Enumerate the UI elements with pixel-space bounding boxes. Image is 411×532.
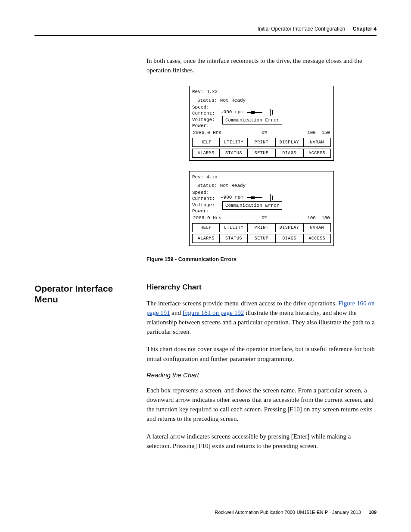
- softkey-display[interactable]: DISPLAY: [275, 138, 303, 147]
- footer: Rockwell Automation Publication 7000-UM1…: [34, 510, 377, 515]
- lcd-label-voltage: Voltage:: [192, 117, 221, 123]
- running-head: Initial Operator Interface Configuration…: [34, 26, 377, 36]
- softkey-setup[interactable]: SETUP: [248, 234, 275, 243]
- intro-paragraph: In both cases, once the interface reconn…: [146, 56, 377, 75]
- tick-icon: [270, 109, 271, 116]
- lcd-percent: 0%: [262, 215, 267, 221]
- lcd-label-voltage: Voltage:: [192, 202, 221, 208]
- lcd-label-power: Power:: [192, 123, 221, 129]
- softkey-diags[interactable]: DIAGS: [275, 149, 303, 158]
- lcd-hours: 2086.0 Hrs: [193, 215, 221, 221]
- softkey-print[interactable]: PRINT: [248, 138, 275, 147]
- side-heading: Operator Interface Menu: [34, 283, 146, 305]
- slider-icon: [247, 197, 262, 198]
- body-paragraph: This chart does not cover usage of the o…: [146, 344, 377, 363]
- tick-icon: [270, 194, 271, 201]
- xref-figure-161[interactable]: Figure 161 on page 192: [183, 309, 244, 316]
- lcd-label-current: Current:: [192, 110, 221, 116]
- softkey-utility[interactable]: UTILITY: [220, 223, 247, 232]
- lcd-label-power: Power:: [192, 208, 221, 214]
- lcd-status: Status: Not Ready: [192, 183, 331, 189]
- lcd-panel-1: Rev: 4.xx Status: Not Ready Speed: Curre…: [189, 86, 334, 161]
- lcd-comm-error-box: Communication Error: [222, 201, 282, 210]
- lcd-softkeys-row2: ALARMS STATUS SETUP DIAGS ACCESS: [192, 234, 331, 243]
- softkey-status[interactable]: STATUS: [220, 234, 247, 243]
- tick-icon: [272, 196, 273, 200]
- slider-icon: [247, 112, 262, 113]
- lcd-status: Status: Not Ready: [192, 97, 331, 103]
- softkey-display[interactable]: DISPLAY: [275, 223, 303, 232]
- softkey-nvram[interactable]: NVRAM: [303, 223, 331, 232]
- softkey-print[interactable]: PRINT: [248, 223, 275, 232]
- lcd-hours: 2086.0 Hrs: [193, 130, 221, 136]
- lcd-comm-error-box: Communication Error: [222, 116, 282, 124]
- lcd-softkeys-row1: HELP UTILITY PRINT DISPLAY NVRAM: [192, 223, 331, 232]
- content-column: In both cases, once the interface reconn…: [146, 56, 377, 262]
- page: Initial Operator Interface Configuration…: [0, 0, 411, 532]
- softkey-access[interactable]: ACCESS: [303, 149, 331, 158]
- lcd-speed-value: -900 rpm: [221, 194, 243, 200]
- lcd-softkeys-row1: HELP UTILITY PRINT DISPLAY NVRAM: [192, 138, 331, 147]
- subsection-heading: Hierarchy Chart: [146, 283, 377, 292]
- tick-icon: [272, 110, 273, 115]
- body-paragraph: The interface screens provide menu-drive…: [146, 299, 377, 337]
- figure-caption: Figure 159 - Communication Errors: [146, 256, 377, 262]
- lcd-scale-150: 150: [321, 130, 330, 135]
- softkey-alarms[interactable]: ALARMS: [192, 149, 220, 158]
- lcd-rev: Rev: 4.xx: [192, 174, 331, 180]
- running-head-section: Initial Operator Interface Configuration: [258, 26, 345, 32]
- lcd-speed-value: -900 rpm: [221, 109, 243, 115]
- lcd-scale-100: 100: [307, 215, 316, 221]
- softkey-help[interactable]: HELP: [192, 138, 220, 147]
- lcd-label-speed: Speed:: [192, 190, 221, 196]
- softkey-diags[interactable]: DIAGS: [275, 234, 303, 243]
- lcd-label-speed: Speed:: [192, 104, 221, 110]
- lcd-panel-2: Rev: 4.xx Status: Not Ready Speed: Curre…: [189, 171, 334, 246]
- softkey-alarms[interactable]: ALARMS: [192, 234, 220, 243]
- body-paragraph: A lateral arrow indicates screens access…: [146, 432, 377, 451]
- softkey-nvram[interactable]: NVRAM: [303, 138, 331, 147]
- footer-publication: Rockwell Automation Publication 7000-UM1…: [215, 510, 361, 515]
- running-head-chapter: Chapter 4: [353, 26, 377, 32]
- lcd-percent: 0%: [262, 130, 267, 136]
- softkey-utility[interactable]: UTILITY: [220, 138, 247, 147]
- lcd-scale-150: 150: [321, 215, 330, 221]
- footer-page-number: 189: [369, 510, 377, 515]
- softkey-status[interactable]: STATUS: [220, 149, 247, 158]
- sub-heading: Reading the Chart: [146, 371, 377, 379]
- section-row: Operator Interface Menu Hierarchy Chart …: [34, 283, 377, 458]
- softkey-help[interactable]: HELP: [192, 223, 220, 232]
- lcd-scale-100: 100: [307, 130, 316, 135]
- lcd-label-current: Current:: [192, 196, 221, 202]
- lcd-softkeys-row2: ALARMS STATUS SETUP DIAGS ACCESS: [192, 149, 331, 158]
- body-paragraph: Each box represents a screen, and shows …: [146, 386, 377, 424]
- softkey-setup[interactable]: SETUP: [248, 149, 275, 158]
- lcd-rev: Rev: 4.xx: [192, 89, 331, 95]
- softkey-access[interactable]: ACCESS: [303, 234, 331, 243]
